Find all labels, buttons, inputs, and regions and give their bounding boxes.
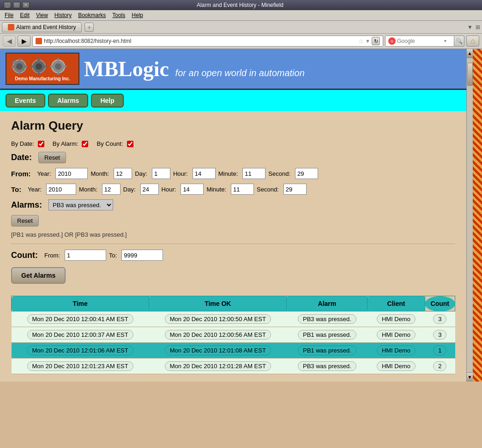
cell-client: HMI Demo (368, 343, 425, 358)
menu-history[interactable]: History (52, 11, 74, 19)
bookmark-star-icon[interactable]: ☆ (358, 38, 364, 45)
menu-tools[interactable]: Tools (109, 11, 128, 19)
main-content: Alarm Query By Date: By Alarm: By Count: (0, 111, 466, 382)
from-day-label: Day: (135, 170, 147, 177)
menu-file[interactable]: File (2, 11, 16, 19)
by-count-checkbox[interactable] (127, 141, 133, 147)
count-row: Count: From: To: (11, 250, 455, 261)
menu-edit[interactable]: Edit (17, 11, 32, 19)
forward-btn[interactable]: ▶ (18, 36, 30, 47)
table-row: Mon 20 Dec 2010 12:00:37 AM EST Mon 20 D… (12, 327, 455, 343)
alarms-row: Alarms: PB3 was pressed. PB1 was pressed… (11, 199, 455, 210)
menu-help[interactable]: Help (129, 11, 146, 19)
to-second-input[interactable] (283, 184, 307, 195)
to-minute-input[interactable] (231, 184, 254, 195)
get-alarms-button[interactable]: Get Alarms (11, 267, 66, 284)
cell-client: HMI Demo (368, 311, 425, 327)
alarm-select[interactable]: PB3 was pressed. PB1 was pressed. PB2 wa… (48, 199, 113, 210)
from-day-input[interactable] (152, 168, 170, 179)
table-row: Mon 20 Dec 2010 12:01:06 AM EST Mon 20 D… (12, 343, 455, 358)
by-count-label: By Count: (96, 140, 123, 147)
back-btn[interactable]: ◀ (3, 36, 16, 47)
from-hour-input[interactable] (193, 168, 216, 179)
to-month-input[interactable] (102, 184, 120, 195)
th-alarm: Alarm (287, 296, 368, 311)
from-month-input[interactable] (114, 168, 132, 179)
menu-view[interactable]: View (33, 11, 51, 19)
to-minute-label: Minute: (206, 186, 226, 193)
svg-rect-9 (38, 58, 40, 62)
svg-rect-15 (57, 58, 59, 62)
tab-alarm-history[interactable]: Alarm and Event History (2, 22, 82, 32)
divider (11, 244, 455, 244)
cell-time-ok: Mon 20 Dec 2010 12:01:08 AM EST (149, 343, 287, 358)
window-title: Alarm and Event History - Minefield (30, 2, 451, 8)
to-day-label: Day: (123, 186, 136, 193)
svg-rect-5 (24, 66, 28, 67)
to-label: To: (11, 185, 21, 193)
scrollbar-down-btn[interactable]: ▼ (467, 372, 473, 382)
from-year-input[interactable] (55, 168, 88, 179)
by-alarm-checkbox[interactable] (82, 141, 88, 147)
right-border: ▲ ▼ (466, 49, 482, 382)
cell-time: Mon 20 Dec 2010 12:00:37 AM EST (12, 327, 149, 343)
to-year-input[interactable] (46, 184, 76, 195)
tab-list-btn[interactable]: ▼ (467, 24, 473, 30)
search-bar: G ▼ (385, 36, 454, 47)
scrollbar[interactable]: ▲ ▼ (466, 49, 473, 382)
count-to-input[interactable] (121, 250, 163, 261)
nav-help[interactable]: Help (91, 94, 123, 108)
from-minute-input[interactable] (242, 168, 265, 179)
scrollbar-thumb[interactable] (467, 63, 473, 86)
cell-time: Mon 20 Dec 2010 12:00:41 AM EST (12, 311, 149, 327)
from-label: From: (11, 170, 31, 178)
close-btn[interactable]: ✕ (22, 2, 30, 8)
from-row: From: Year: Month: Day: Hour: Minute: Se… (11, 168, 455, 179)
all-tabs-btn[interactable]: ⊞ (476, 24, 480, 30)
search-engine-icon: G (388, 37, 396, 45)
address-bar: ◀ ▶ http://localhost:8082/history-en.htm… (0, 34, 482, 49)
url-dropdown-icon[interactable]: ▼ (365, 38, 370, 44)
header-title-area: MBLogic for an open world in automation (84, 57, 305, 81)
scrollbar-up-btn[interactable]: ▲ (467, 49, 473, 58)
to-hour-input[interactable] (181, 184, 204, 195)
alarm-reset-button[interactable]: Reset (11, 215, 39, 227)
cell-time-ok: Mon 20 Dec 2010 12:00:50 AM EST (149, 311, 287, 327)
by-alarm-label: By Alarm: (53, 140, 78, 147)
search-dropdown-icon[interactable]: ▼ (443, 39, 447, 43)
gear1-icon (10, 57, 29, 76)
date-section-label: Date: (11, 153, 32, 162)
refresh-btn[interactable]: ↻ (372, 37, 380, 45)
home-btn[interactable]: ⌂ (466, 36, 479, 47)
svg-point-14 (55, 63, 61, 70)
table-row: Mon 20 Dec 2010 12:00:41 AM EST Mon 20 D… (12, 311, 455, 327)
from-second-label: Second: (268, 170, 290, 177)
search-go-btn[interactable]: 🔍 (454, 36, 464, 47)
th-time-ok: Time OK (149, 296, 287, 311)
nav-alarms[interactable]: Alarms (48, 94, 88, 108)
by-date-checkbox[interactable] (38, 141, 44, 147)
count-from-input[interactable] (65, 250, 106, 261)
cell-time-ok: Mon 20 Dec 2010 12:00:56 AM EST (149, 327, 287, 343)
count-label: Count: (11, 251, 38, 260)
window-controls[interactable]: _ □ ✕ (4, 2, 30, 8)
url-text[interactable]: http://localhost:8082/history-en.html (44, 38, 358, 44)
search-input[interactable] (397, 38, 443, 44)
results-table: Time Time OK Alarm Client Count Mon 20 D… (11, 296, 455, 374)
cell-alarm: PB3 was pressed. (287, 358, 368, 374)
svg-rect-4 (11, 66, 15, 67)
url-bar: http://localhost:8082/history-en.html ☆ … (32, 36, 383, 47)
to-day-input[interactable] (140, 184, 159, 195)
nav-events[interactable]: Events (6, 94, 45, 108)
from-second-input[interactable] (295, 168, 318, 179)
minimize-btn[interactable]: _ (4, 2, 11, 8)
date-reset-button[interactable]: Reset (38, 152, 66, 163)
content-area: Demo Manufacturing Inc. MBLogic for an o… (0, 49, 466, 382)
from-minute-label: Minute: (218, 170, 238, 177)
restore-btn[interactable]: □ (13, 2, 20, 8)
menu-bookmarks[interactable]: Bookmarks (75, 11, 108, 19)
new-tab-btn[interactable]: + (84, 23, 94, 32)
svg-rect-10 (38, 71, 40, 75)
nav-tabs: Events Alarms Help (0, 90, 466, 111)
cell-count: 2 (425, 358, 455, 374)
